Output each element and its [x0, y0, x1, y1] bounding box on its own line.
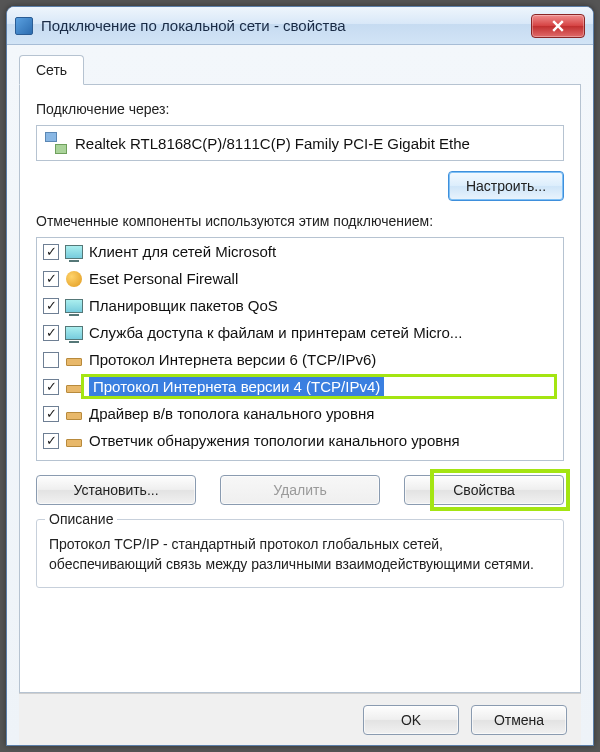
- window-title: Подключение по локальной сети - свойства: [41, 17, 531, 34]
- component-row[interactable]: Служба доступа к файлам и принтерам сете…: [37, 319, 563, 346]
- checkbox[interactable]: [43, 379, 59, 395]
- configure-button[interactable]: Настроить...: [448, 171, 564, 201]
- description-legend: Описание: [45, 511, 117, 527]
- component-row[interactable]: Драйвер в/в тополога канального уровня: [37, 400, 563, 427]
- dialog-footer: OK Отмена: [19, 693, 581, 745]
- description-group: Описание Протокол TCP/IP - стандартный п…: [36, 519, 564, 588]
- adapter-box[interactable]: Realtek RTL8168C(P)/8111C(P) Family PCI-…: [36, 125, 564, 161]
- properties-dialog: Подключение по локальной сети - свойства…: [6, 6, 594, 746]
- close-icon: [552, 20, 564, 32]
- properties-button[interactable]: Свойства: [404, 475, 564, 505]
- checkbox[interactable]: [43, 271, 59, 287]
- component-list[interactable]: Клиент для сетей MicrosoftEset Personal …: [36, 237, 564, 461]
- monitor-icon: [65, 324, 83, 342]
- component-label: Ответчик обнаружения топологии канальног…: [89, 432, 460, 449]
- component-row[interactable]: Планировщик пакетов QoS: [37, 292, 563, 319]
- component-row[interactable]: Протокол Интернета версии 4 (TCP/IPv4): [37, 373, 563, 400]
- client-area: Сеть Подключение через: Realtek RTL8168C…: [7, 45, 593, 745]
- tab-network[interactable]: Сеть: [19, 55, 84, 85]
- monitor-icon: [65, 243, 83, 261]
- adapter-name: Realtek RTL8168C(P)/8111C(P) Family PCI-…: [75, 135, 470, 152]
- monitor-icon: [65, 297, 83, 315]
- checkbox[interactable]: [43, 406, 59, 422]
- component-row[interactable]: Eset Personal Firewall: [37, 265, 563, 292]
- proto-icon: [65, 432, 83, 450]
- connect-via-label: Подключение через:: [36, 101, 564, 117]
- components-label: Отмеченные компоненты используются этим …: [36, 213, 564, 229]
- remove-button: Удалить: [220, 475, 380, 505]
- ok-button[interactable]: OK: [363, 705, 459, 735]
- tab-body: Подключение через: Realtek RTL8168C(P)/8…: [19, 84, 581, 693]
- cancel-button[interactable]: Отмена: [471, 705, 567, 735]
- component-label: Клиент для сетей Microsoft: [89, 243, 276, 260]
- action-buttons: Установить... Удалить Свойства: [36, 475, 564, 505]
- checkbox[interactable]: [43, 352, 59, 368]
- component-row[interactable]: Протокол Интернета версии 6 (TCP/IPv6): [37, 346, 563, 373]
- component-row[interactable]: Ответчик обнаружения топологии канальног…: [37, 427, 563, 454]
- checkbox[interactable]: [43, 433, 59, 449]
- component-label: Планировщик пакетов QoS: [89, 297, 278, 314]
- component-row[interactable]: Клиент для сетей Microsoft: [37, 238, 563, 265]
- checkbox[interactable]: [43, 325, 59, 341]
- window-icon: [15, 17, 33, 35]
- proto-icon: [65, 378, 83, 396]
- component-label: Eset Personal Firewall: [89, 270, 238, 287]
- titlebar[interactable]: Подключение по локальной сети - свойства: [7, 7, 593, 45]
- close-button[interactable]: [531, 14, 585, 38]
- component-label: Протокол Интернета версии 6 (TCP/IPv6): [89, 351, 376, 368]
- tabstrip: Сеть: [19, 55, 581, 85]
- component-label: Драйвер в/в тополога канального уровня: [89, 405, 374, 422]
- checkbox[interactable]: [43, 244, 59, 260]
- proto-icon: [65, 405, 83, 423]
- adapter-icon: [45, 132, 67, 154]
- fw-icon: [65, 270, 83, 288]
- component-label: Служба доступа к файлам и принтерам сете…: [89, 324, 462, 341]
- description-text: Протокол TCP/IP - стандартный протокол г…: [49, 534, 551, 575]
- checkbox[interactable]: [43, 298, 59, 314]
- install-button[interactable]: Установить...: [36, 475, 196, 505]
- component-label: Протокол Интернета версии 4 (TCP/IPv4): [89, 377, 384, 396]
- proto-icon: [65, 351, 83, 369]
